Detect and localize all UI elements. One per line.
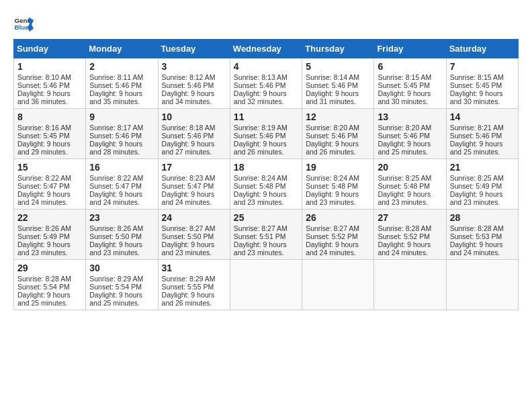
cell-line: Sunset: 5:54 PM [17, 283, 82, 291]
cell-line: Daylight: 9 hours [306, 140, 370, 148]
calendar-week-row: 29Sunrise: 8:28 AMSunset: 5:54 PMDayligh… [14, 260, 519, 310]
cell-line: Sunset: 5:46 PM [450, 132, 515, 140]
calendar-cell: 3Sunrise: 8:12 AMSunset: 5:46 PMDaylight… [158, 58, 230, 109]
cell-line: and 28 minutes. [89, 148, 154, 156]
cell-line: and 23 minutes. [17, 248, 82, 257]
calendar-cell: 7Sunrise: 8:15 AMSunset: 5:45 PMDaylight… [446, 58, 518, 109]
cell-line: Sunrise: 8:15 AM [450, 73, 515, 81]
cell-line: and 25 minutes. [450, 148, 515, 156]
calendar-cell: 11Sunrise: 8:19 AMSunset: 5:46 PMDayligh… [230, 109, 302, 159]
cell-line: Sunset: 5:46 PM [378, 132, 442, 140]
cell-line: Sunset: 5:53 PM [450, 232, 515, 240]
page-header: General Blue [13, 13, 519, 34]
cell-line: Daylight: 9 hours [450, 190, 515, 198]
cell-line: Daylight: 9 hours [450, 240, 515, 248]
cell-line: Sunrise: 8:25 AM [450, 174, 515, 182]
day-number: 25 [234, 212, 298, 223]
day-number: 18 [234, 162, 298, 173]
cell-line: Daylight: 9 hours [234, 190, 298, 198]
cell-line: Daylight: 9 hours [17, 190, 82, 198]
day-number: 10 [162, 111, 226, 122]
calendar-cell: 15Sunrise: 8:22 AMSunset: 5:47 PMDayligh… [14, 159, 86, 210]
cell-line: Sunset: 5:49 PM [450, 182, 515, 190]
column-header-wednesday: Wednesday [230, 40, 302, 58]
cell-line: Daylight: 9 hours [89, 140, 154, 148]
day-number: 17 [162, 162, 226, 173]
calendar-cell: 8Sunrise: 8:16 AMSunset: 5:45 PMDaylight… [14, 109, 86, 159]
logo: General Blue [13, 13, 34, 34]
day-number: 23 [89, 212, 154, 223]
cell-line: and 26 minutes. [234, 148, 298, 156]
calendar-week-row: 22Sunrise: 8:26 AMSunset: 5:49 PMDayligh… [14, 210, 519, 260]
cell-line: and 25 minutes. [89, 299, 154, 307]
cell-line: Daylight: 9 hours [378, 240, 442, 248]
cell-line: Sunrise: 8:16 AM [17, 124, 82, 132]
cell-line: Sunrise: 8:28 AM [378, 224, 442, 232]
cell-line: Sunset: 5:47 PM [89, 182, 154, 190]
cell-line: Sunrise: 8:22 AM [89, 174, 154, 182]
calendar-cell: 21Sunrise: 8:25 AMSunset: 5:49 PMDayligh… [446, 159, 518, 210]
cell-line: Sunset: 5:48 PM [234, 182, 298, 190]
cell-line: Sunrise: 8:29 AM [89, 275, 154, 283]
cell-line: Sunrise: 8:14 AM [306, 73, 370, 81]
calendar-cell: 16Sunrise: 8:22 AMSunset: 5:47 PMDayligh… [86, 159, 158, 210]
cell-line: Sunset: 5:45 PM [378, 81, 442, 89]
calendar-cell: 4Sunrise: 8:13 AMSunset: 5:46 PMDaylight… [230, 58, 302, 109]
cell-line: Daylight: 9 hours [378, 140, 442, 148]
cell-line: Daylight: 9 hours [234, 89, 298, 97]
day-number: 6 [378, 61, 442, 72]
cell-line: and 25 minutes. [17, 299, 82, 307]
cell-line: Daylight: 9 hours [162, 140, 226, 148]
cell-line: Daylight: 9 hours [450, 140, 515, 148]
column-header-monday: Monday [86, 40, 158, 58]
column-header-sunday: Sunday [14, 40, 86, 58]
cell-line: and 24 minutes. [162, 198, 226, 206]
cell-line: Sunrise: 8:25 AM [378, 174, 442, 182]
day-number: 26 [306, 212, 370, 223]
day-number: 8 [17, 111, 82, 122]
cell-line: Daylight: 9 hours [162, 291, 226, 299]
cell-line: Sunrise: 8:17 AM [89, 124, 154, 132]
day-number: 9 [89, 111, 154, 122]
cell-line: Sunset: 5:48 PM [378, 182, 442, 190]
calendar-cell: 9Sunrise: 8:17 AMSunset: 5:46 PMDaylight… [86, 109, 158, 159]
cell-line: Daylight: 9 hours [89, 190, 154, 198]
cell-line: and 24 minutes. [89, 198, 154, 206]
cell-line: Sunrise: 8:10 AM [17, 73, 82, 81]
cell-line: and 26 minutes. [162, 299, 226, 307]
cell-line: Sunset: 5:49 PM [17, 232, 82, 240]
cell-line: Daylight: 9 hours [89, 89, 154, 97]
calendar-cell [446, 260, 518, 310]
cell-line: Daylight: 9 hours [89, 291, 154, 299]
cell-line: Daylight: 9 hours [17, 240, 82, 248]
day-number: 4 [234, 61, 298, 72]
calendar-cell: 22Sunrise: 8:26 AMSunset: 5:49 PMDayligh… [14, 210, 86, 260]
cell-line: Sunrise: 8:11 AM [89, 73, 154, 81]
cell-line: Daylight: 9 hours [306, 190, 370, 198]
cell-line: Sunset: 5:52 PM [306, 232, 370, 240]
cell-line: Sunset: 5:47 PM [162, 182, 226, 190]
day-number: 20 [378, 162, 442, 173]
calendar-week-row: 8Sunrise: 8:16 AMSunset: 5:45 PMDaylight… [14, 109, 519, 159]
calendar-cell: 18Sunrise: 8:24 AMSunset: 5:48 PMDayligh… [230, 159, 302, 210]
calendar-cell: 2Sunrise: 8:11 AMSunset: 5:46 PMDaylight… [86, 58, 158, 109]
cell-line: and 35 minutes. [89, 97, 154, 105]
calendar-cell: 25Sunrise: 8:27 AMSunset: 5:51 PMDayligh… [230, 210, 302, 260]
day-number: 24 [162, 212, 226, 223]
column-header-saturday: Saturday [446, 40, 518, 58]
day-number: 22 [17, 212, 82, 223]
cell-line: Sunrise: 8:27 AM [306, 224, 370, 232]
cell-line: Sunset: 5:54 PM [89, 283, 154, 291]
cell-line: and 23 minutes. [378, 198, 442, 206]
cell-line: Sunrise: 8:15 AM [378, 73, 442, 81]
cell-line: Sunset: 5:50 PM [89, 232, 154, 240]
cell-line: Sunrise: 8:19 AM [234, 124, 298, 132]
column-header-tuesday: Tuesday [158, 40, 230, 58]
cell-line: Sunrise: 8:18 AM [162, 124, 226, 132]
cell-line: Sunset: 5:46 PM [234, 132, 298, 140]
cell-line: Daylight: 9 hours [378, 190, 442, 198]
cell-line: Sunset: 5:46 PM [306, 81, 370, 89]
day-number: 3 [162, 61, 226, 72]
calendar-cell: 17Sunrise: 8:23 AMSunset: 5:47 PMDayligh… [158, 159, 230, 210]
cell-line: Daylight: 9 hours [162, 240, 226, 248]
